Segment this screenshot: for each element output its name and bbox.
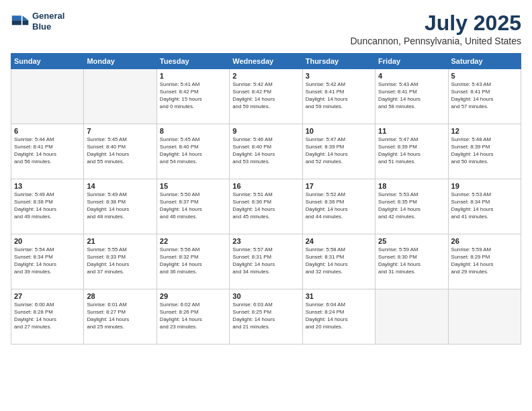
day-detail: Sunrise: 5:45 AM Sunset: 8:40 PM Dayligh…	[160, 136, 226, 166]
day-number: 31	[306, 292, 372, 300]
calendar-cell	[11, 69, 84, 124]
day-number: 12	[451, 127, 518, 135]
page: General Blue July 2025 Duncannon, Pennsy…	[0, 0, 532, 411]
weekday-header-sunday: Sunday	[11, 54, 84, 69]
day-detail: Sunrise: 6:02 AM Sunset: 8:26 PM Dayligh…	[160, 302, 226, 331]
calendar-cell: 5Sunrise: 5:43 AM Sunset: 8:41 PM Daylig…	[448, 69, 521, 124]
day-number: 30	[232, 292, 299, 300]
day-detail: Sunrise: 5:51 AM Sunset: 8:36 PM Dayligh…	[232, 191, 299, 221]
day-number: 11	[378, 127, 445, 135]
day-detail: Sunrise: 5:55 AM Sunset: 8:33 PM Dayligh…	[87, 246, 153, 276]
calendar-week-3: 13Sunrise: 5:49 AM Sunset: 8:38 PM Dayli…	[11, 179, 521, 234]
day-detail: Sunrise: 5:44 AM Sunset: 8:41 PM Dayligh…	[14, 136, 81, 166]
day-detail: Sunrise: 5:41 AM Sunset: 8:42 PM Dayligh…	[160, 81, 226, 111]
day-detail: Sunrise: 5:45 AM Sunset: 8:40 PM Dayligh…	[87, 136, 153, 166]
day-detail: Sunrise: 5:42 AM Sunset: 8:42 PM Dayligh…	[232, 81, 299, 111]
day-detail: Sunrise: 6:03 AM Sunset: 8:25 PM Dayligh…	[232, 302, 299, 331]
day-detail: Sunrise: 6:00 AM Sunset: 8:28 PM Dayligh…	[14, 302, 81, 331]
day-number: 21	[87, 237, 153, 245]
weekday-header-saturday: Saturday	[448, 54, 521, 69]
weekday-header-tuesday: Tuesday	[157, 54, 229, 69]
calendar-cell: 13Sunrise: 5:49 AM Sunset: 8:38 PM Dayli…	[11, 179, 84, 234]
day-number: 26	[451, 237, 518, 245]
day-detail: Sunrise: 5:47 AM Sunset: 8:39 PM Dayligh…	[306, 136, 372, 166]
svg-rect-4	[12, 20, 21, 25]
svg-rect-3	[12, 15, 21, 20]
location-title: Duncannon, Pennsylvania, United States	[351, 36, 522, 46]
title-block: July 2025 Duncannon, Pennsylvania, Unite…	[351, 11, 522, 46]
day-detail: Sunrise: 5:43 AM Sunset: 8:41 PM Dayligh…	[451, 81, 518, 111]
day-detail: Sunrise: 5:43 AM Sunset: 8:41 PM Dayligh…	[378, 81, 445, 111]
day-number: 16	[232, 182, 299, 190]
day-number: 22	[160, 237, 226, 245]
day-number: 6	[14, 127, 81, 135]
day-detail: Sunrise: 5:49 AM Sunset: 8:38 PM Dayligh…	[87, 191, 153, 221]
calendar-cell: 23Sunrise: 5:57 AM Sunset: 8:31 PM Dayli…	[230, 234, 302, 289]
calendar-cell: 28Sunrise: 6:01 AM Sunset: 8:27 PM Dayli…	[84, 289, 157, 345]
day-detail: Sunrise: 5:48 AM Sunset: 8:39 PM Dayligh…	[451, 136, 518, 166]
calendar-cell: 20Sunrise: 5:54 AM Sunset: 8:34 PM Dayli…	[11, 234, 84, 289]
day-detail: Sunrise: 5:52 AM Sunset: 8:36 PM Dayligh…	[306, 191, 372, 221]
day-detail: Sunrise: 5:53 AM Sunset: 8:34 PM Dayligh…	[451, 191, 518, 221]
day-detail: Sunrise: 6:04 AM Sunset: 8:24 PM Dayligh…	[306, 302, 372, 331]
day-detail: Sunrise: 5:42 AM Sunset: 8:41 PM Dayligh…	[306, 81, 372, 111]
calendar-cell: 30Sunrise: 6:03 AM Sunset: 8:25 PM Dayli…	[230, 289, 302, 345]
calendar-week-2: 6Sunrise: 5:44 AM Sunset: 8:41 PM Daylig…	[11, 124, 521, 179]
day-number: 15	[160, 182, 226, 190]
weekday-header-monday: Monday	[84, 54, 157, 69]
weekday-header-row: SundayMondayTuesdayWednesdayThursdayFrid…	[11, 54, 521, 69]
calendar-cell: 22Sunrise: 5:56 AM Sunset: 8:32 PM Dayli…	[157, 234, 229, 289]
calendar-cell	[84, 69, 157, 124]
day-number: 27	[14, 292, 81, 300]
day-detail: Sunrise: 5:53 AM Sunset: 8:35 PM Dayligh…	[378, 191, 445, 221]
calendar-cell: 21Sunrise: 5:55 AM Sunset: 8:33 PM Dayli…	[84, 234, 157, 289]
day-number: 28	[87, 292, 153, 300]
weekday-header-thursday: Thursday	[302, 54, 375, 69]
day-detail: Sunrise: 5:57 AM Sunset: 8:31 PM Dayligh…	[232, 246, 299, 276]
svg-marker-2	[23, 20, 29, 25]
day-number: 3	[306, 72, 372, 80]
calendar-cell: 12Sunrise: 5:48 AM Sunset: 8:39 PM Dayli…	[448, 124, 521, 179]
calendar-cell: 2Sunrise: 5:42 AM Sunset: 8:42 PM Daylig…	[230, 69, 302, 124]
day-number: 25	[378, 237, 445, 245]
day-detail: Sunrise: 5:46 AM Sunset: 8:40 PM Dayligh…	[232, 136, 299, 166]
calendar-cell: 16Sunrise: 5:51 AM Sunset: 8:36 PM Dayli…	[230, 179, 302, 234]
day-number: 7	[87, 127, 153, 135]
calendar-cell	[448, 289, 521, 345]
logo-icon	[11, 12, 30, 31]
day-detail: Sunrise: 6:01 AM Sunset: 8:27 PM Dayligh…	[87, 302, 153, 331]
logo-text: General Blue	[32, 11, 64, 32]
logo-line1: General	[32, 11, 64, 21]
day-number: 20	[14, 237, 81, 245]
calendar-cell: 6Sunrise: 5:44 AM Sunset: 8:41 PM Daylig…	[11, 124, 84, 179]
day-number: 1	[160, 72, 226, 80]
day-number: 19	[451, 182, 518, 190]
calendar-cell: 25Sunrise: 5:59 AM Sunset: 8:30 PM Dayli…	[375, 234, 448, 289]
day-number: 9	[232, 127, 299, 135]
calendar-cell: 10Sunrise: 5:47 AM Sunset: 8:39 PM Dayli…	[302, 124, 375, 179]
calendar-cell: 8Sunrise: 5:45 AM Sunset: 8:40 PM Daylig…	[157, 124, 229, 179]
calendar-cell: 7Sunrise: 5:45 AM Sunset: 8:40 PM Daylig…	[84, 124, 157, 179]
day-number: 17	[306, 182, 372, 190]
day-number: 13	[14, 182, 81, 190]
calendar-cell: 18Sunrise: 5:53 AM Sunset: 8:35 PM Dayli…	[375, 179, 448, 234]
calendar-table: SundayMondayTuesdayWednesdayThursdayFrid…	[11, 53, 521, 345]
calendar-cell: 11Sunrise: 5:47 AM Sunset: 8:39 PM Dayli…	[375, 124, 448, 179]
day-detail: Sunrise: 5:59 AM Sunset: 8:29 PM Dayligh…	[451, 246, 518, 276]
day-number: 10	[306, 127, 372, 135]
calendar-cell: 17Sunrise: 5:52 AM Sunset: 8:36 PM Dayli…	[302, 179, 375, 234]
calendar-cell: 31Sunrise: 6:04 AM Sunset: 8:24 PM Dayli…	[302, 289, 375, 345]
day-number: 23	[232, 237, 299, 245]
header: General Blue July 2025 Duncannon, Pennsy…	[11, 11, 521, 46]
day-number: 5	[451, 72, 518, 80]
logo: General Blue	[11, 11, 64, 32]
day-detail: Sunrise: 5:47 AM Sunset: 8:39 PM Dayligh…	[378, 136, 445, 166]
calendar-cell: 4Sunrise: 5:43 AM Sunset: 8:41 PM Daylig…	[375, 69, 448, 124]
logo-line2: Blue	[32, 21, 64, 32]
calendar-cell: 3Sunrise: 5:42 AM Sunset: 8:41 PM Daylig…	[302, 69, 375, 124]
calendar-week-1: 1Sunrise: 5:41 AM Sunset: 8:42 PM Daylig…	[11, 69, 521, 124]
day-detail: Sunrise: 5:54 AM Sunset: 8:34 PM Dayligh…	[14, 246, 81, 276]
day-detail: Sunrise: 5:56 AM Sunset: 8:32 PM Dayligh…	[160, 246, 226, 276]
calendar-cell: 26Sunrise: 5:59 AM Sunset: 8:29 PM Dayli…	[448, 234, 521, 289]
day-detail: Sunrise: 5:50 AM Sunset: 8:37 PM Dayligh…	[160, 191, 226, 221]
